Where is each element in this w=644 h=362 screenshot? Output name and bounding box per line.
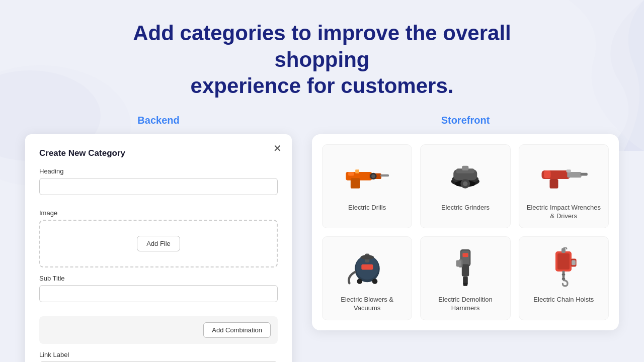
svg-rect-4 [380, 174, 389, 176]
svg-rect-9 [355, 169, 359, 173]
svg-rect-17 [462, 165, 468, 170]
svg-rect-39 [463, 283, 467, 286]
image-field-group: Image Add File [39, 209, 278, 267]
svg-rect-45 [562, 275, 565, 278]
subtitle-input[interactable] [39, 285, 278, 302]
two-column-layout: Backend Create New Category ✕ Heading Im… [25, 115, 619, 363]
product-item-wrenches: Electric Impact Wrenches & Drivers [519, 144, 609, 228]
product-label-wrenches: Electric Impact Wrenches & Drivers [525, 203, 602, 221]
svg-rect-20 [580, 172, 587, 175]
add-combination-button[interactable]: Add Combination [203, 322, 271, 338]
product-item-hoists: Electric Chain Hoists [519, 236, 609, 320]
product-label-hammers: Electric Demolition Hammers [427, 295, 504, 313]
backend-column: Backend Create New Category ✕ Heading Im… [25, 115, 292, 363]
add-file-button[interactable]: Add File [137, 236, 180, 251]
chain-hoist-icon [547, 247, 580, 288]
product-item-hammers: Electric Demolition Hammers [420, 236, 510, 320]
modal-title: Create New Category [39, 148, 278, 158]
product-item-vacuums: Electric Blowers & Vacuums [322, 236, 412, 320]
svg-rect-43 [562, 270, 565, 274]
vacuum-icon [343, 247, 392, 288]
storefront-column: Storefront [312, 115, 619, 330]
heading-input[interactable] [39, 178, 278, 195]
svg-rect-48 [572, 260, 576, 265]
product-label-hoists: Electric Chain Hoists [533, 295, 594, 304]
storefront-card: Electric Drills [312, 134, 619, 330]
product-image-grinders [435, 153, 496, 198]
demolition-hammer-icon [447, 247, 484, 288]
subtitle-field-group: Sub Title [39, 275, 278, 309]
modal-close-button[interactable]: ✕ [273, 143, 282, 153]
link-label-label: Link Label [39, 351, 278, 358]
svg-point-16 [463, 181, 467, 186]
grinder-icon [439, 155, 492, 196]
svg-point-30 [360, 255, 374, 259]
svg-rect-38 [456, 260, 461, 266]
svg-rect-31 [361, 264, 373, 269]
heading-field-group: Heading [39, 167, 278, 202]
product-image-wrenches [533, 153, 594, 198]
create-category-modal: Create New Category ✕ Heading Image Add … [25, 134, 292, 363]
page-wrapper: Add categories to improve the overall sh… [0, 0, 644, 362]
impact-wrench-icon [538, 155, 590, 196]
product-label-drills: Electric Drills [348, 203, 386, 212]
storefront-heading: Storefront [312, 115, 619, 126]
link-label-field-group: Link Label [39, 351, 278, 363]
svg-rect-21 [549, 179, 558, 189]
hero-title: Add categories to improve the overall sh… [96, 20, 548, 100]
product-item-drills: Electric Drills [322, 144, 412, 228]
svg-rect-42 [561, 248, 566, 253]
product-grid: Electric Drills [322, 144, 609, 320]
svg-rect-8 [348, 171, 354, 175]
svg-rect-23 [544, 170, 550, 178]
svg-rect-35 [462, 264, 469, 276]
product-image-drills [337, 153, 397, 198]
svg-rect-34 [462, 253, 468, 257]
product-image-hoists [533, 245, 594, 290]
backend-heading: Backend [25, 115, 292, 126]
heading-label: Heading [39, 167, 278, 175]
svg-rect-33 [461, 250, 469, 265]
svg-rect-24 [566, 169, 571, 172]
svg-rect-5 [351, 178, 360, 189]
product-label-vacuums: Electric Blowers & Vacuums [329, 295, 406, 313]
svg-rect-41 [557, 253, 570, 269]
product-image-vacuums [337, 245, 397, 290]
combination-row: Add Combination [39, 316, 278, 344]
subtitle-label: Sub Title [39, 275, 278, 282]
image-label: Image [39, 209, 278, 217]
drill-icon [341, 155, 393, 196]
product-image-hammers [435, 245, 496, 290]
svg-point-7 [371, 174, 375, 178]
image-upload-area: Add File [39, 220, 278, 267]
product-item-grinders: Electric Grinders [420, 144, 510, 228]
svg-point-27 [357, 279, 362, 284]
svg-point-28 [372, 279, 377, 284]
product-label-grinders: Electric Grinders [441, 203, 490, 212]
svg-rect-19 [567, 171, 581, 177]
